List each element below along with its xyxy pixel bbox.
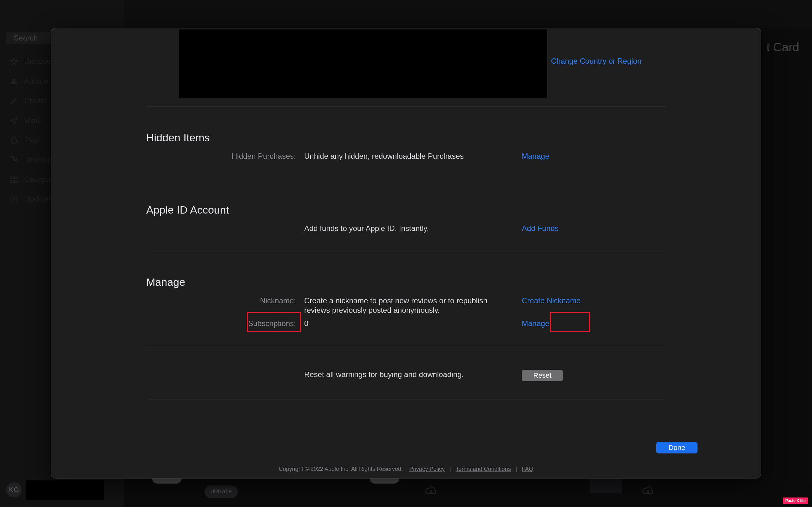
redacted-block [179,30,547,98]
create-nickname-link[interactable]: Create Nickname [522,296,649,305]
subscriptions-label: Subscriptions: [146,319,296,328]
terms-link[interactable]: Terms and Conditions [456,466,511,472]
section-manage: Manage Nickname: Create a nickname to po… [146,276,666,328]
section-title: Manage [146,276,666,288]
modal-footer: Copyright © 2022 Apple Inc. All Rights R… [51,466,761,472]
manage-subscriptions-link[interactable]: Manage [522,319,649,328]
add-funds-row: Add funds to your Apple ID. Instantly. A… [146,224,666,233]
manage-hidden-purchases-link[interactable]: Manage [522,152,649,161]
change-country-link[interactable]: Change Country or Region [551,57,642,66]
footer-copyright: Copyright © 2022 Apple Inc. All Rights R… [279,466,403,472]
account-settings-modal: Change Country or Region Hidden Items Hi… [51,28,761,478]
done-button[interactable]: Done [656,442,698,453]
divider [146,346,666,346]
privacy-policy-link[interactable]: Privacy Policy [409,466,445,472]
row-label: Nickname: [146,296,296,305]
section-title: Hidden Items [146,131,666,144]
reset-warnings-row: Reset all warnings for buying and downlo… [146,370,666,381]
section-reset-warnings: Reset all warnings for buying and downlo… [146,370,666,381]
nickname-row: Nickname: Create a nickname to post new … [146,296,666,315]
divider [146,106,666,107]
paste-x-lite-badge: Paste X lite [783,498,808,504]
reset-button[interactable]: Reset [522,370,563,381]
footer-sep: | [516,466,517,472]
divider [146,180,666,180]
row-value: Add funds to your Apple ID. Instantly. [304,224,513,233]
section-title: Apple ID Account [146,204,666,216]
add-funds-link[interactable]: Add Funds [522,224,649,233]
hidden-purchases-row: Hidden Purchases: Unhide any hidden, red… [146,152,666,161]
subscriptions-row: Subscriptions: 0 Manage [146,319,666,328]
row-value: Create a nickname to post new reviews or… [304,296,513,315]
divider [146,400,666,400]
divider [146,252,666,252]
subscriptions-count: 0 [304,319,513,328]
section-apple-id-account: Apple ID Account Add funds to your Apple… [146,204,666,233]
row-value: Reset all warnings for buying and downlo… [304,370,513,379]
row-value: Unhide any hidden, redownloadable Purcha… [304,152,513,161]
row-label: Hidden Purchases: [146,152,296,161]
faq-link[interactable]: FAQ [522,466,533,472]
footer-sep: | [450,466,451,472]
section-hidden-items: Hidden Items Hidden Purchases: Unhide an… [146,131,666,161]
